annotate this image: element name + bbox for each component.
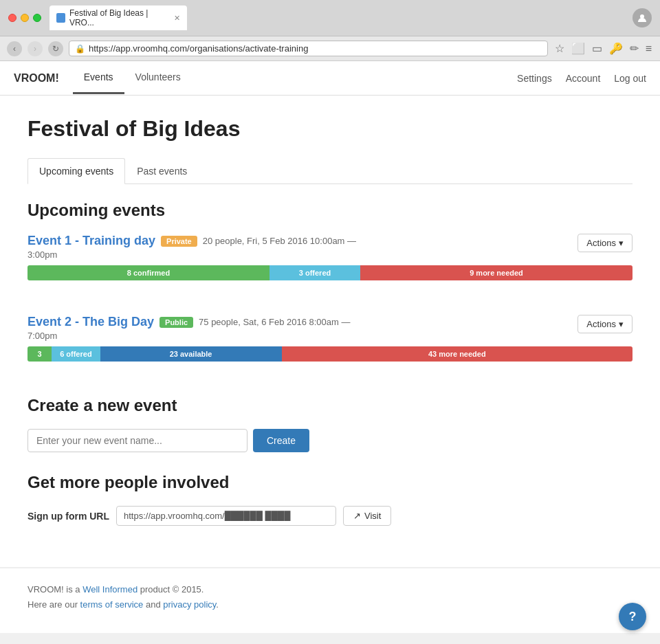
new-event-name-input[interactable] xyxy=(28,429,248,452)
footer-text-2-mid: and xyxy=(143,599,163,610)
tab-close-icon[interactable]: ✕ xyxy=(174,14,180,23)
bookmark-icon[interactable]: ☆ xyxy=(553,41,566,56)
event-1-badge: Private xyxy=(161,236,197,247)
traffic-lights xyxy=(8,14,41,22)
forward-button[interactable]: › xyxy=(28,41,43,56)
create-event-title: Create a new event xyxy=(28,396,632,415)
app-nav: VROOM! Events Volunteers Settings Accoun… xyxy=(0,61,660,96)
event-2-small-label: 3 xyxy=(38,350,42,358)
event-1-needed-seg: 9 more needed xyxy=(360,265,632,280)
tab-title: Festival of Big Ideas | VRO... xyxy=(69,8,167,27)
event-2-actions-label: Actions xyxy=(586,319,616,329)
event-2-progress-bar: 3 6 offered 23 available 43 more needed xyxy=(28,346,632,362)
footer-text-2-prefix: Here are our xyxy=(28,599,80,610)
event-2-available-seg: 23 available xyxy=(100,346,282,362)
address-bar[interactable]: 🔒 xyxy=(69,41,548,56)
footer-text-1: VROOM! is a xyxy=(28,584,82,595)
event-1-header: Event 1 - Training day Private 20 people… xyxy=(28,234,632,260)
footer-line-2: Here are our terms of service and privac… xyxy=(28,597,632,612)
create-event-section: Create a new event Create xyxy=(28,396,632,452)
footer-tos-link[interactable]: terms of service xyxy=(80,599,144,610)
event-2-small-seg: 3 xyxy=(28,346,52,362)
event-1-meta: 20 people, Fri, 5 Feb 2016 10:00am — xyxy=(203,236,356,246)
footer-line-1: VROOM! is a Well Informed product © 2015… xyxy=(28,582,632,597)
event-1-actions-label: Actions xyxy=(586,238,616,248)
signup-url-input[interactable] xyxy=(116,506,336,526)
app-wrapper: VROOM! Events Volunteers Settings Accoun… xyxy=(0,61,660,633)
event-2-meta: 75 people, Sat, 6 Feb 2016 8:00am — xyxy=(199,317,350,327)
nav-settings[interactable]: Settings xyxy=(517,73,552,84)
nav-account[interactable]: Account xyxy=(566,73,601,84)
event-2-actions-button[interactable]: Actions ▾ xyxy=(578,315,632,333)
browser-titlebar: Festival of Big Ideas | VRO... ✕ xyxy=(0,0,660,36)
event-card-1: Event 1 - Training day Private 20 people… xyxy=(28,234,632,294)
event-2-needed-seg: 43 more needed xyxy=(282,346,632,362)
nav-links: Events Volunteers xyxy=(73,62,517,94)
event-2-header: Event 2 - The Big Day Public 75 people, … xyxy=(28,315,632,341)
tab-favicon xyxy=(56,13,65,23)
help-button[interactable]: ? xyxy=(619,603,646,630)
signup-url-label: Sign up form URL xyxy=(28,511,109,522)
footer-well-informed-link[interactable]: Well Informed xyxy=(82,584,138,595)
maximize-button[interactable] xyxy=(33,14,41,22)
visit-label: Visit xyxy=(364,511,381,521)
event-2-available-label: 23 available xyxy=(170,350,212,358)
nav-logout[interactable]: Log out xyxy=(614,73,646,84)
event-2-time: 7:00pm xyxy=(28,331,578,341)
extension-icon[interactable]: 🔑 xyxy=(608,41,624,56)
visit-external-icon: ↗ xyxy=(353,511,361,521)
tab-past-events[interactable]: Past events xyxy=(125,158,199,184)
back-button[interactable]: ‹ xyxy=(7,41,22,56)
close-button[interactable] xyxy=(8,14,16,22)
window-icon[interactable]: ⬜ xyxy=(570,41,586,56)
event-1-time: 3:00pm xyxy=(28,249,578,260)
upcoming-events-title: Upcoming events xyxy=(28,201,632,220)
nav-right: Settings Account Log out xyxy=(517,73,646,84)
event-1-left: Event 1 - Training day Private 20 people… xyxy=(28,234,578,260)
footer-text-1-suffix: product © 2015. xyxy=(138,584,204,595)
involve-section: Get more people involved Sign up form UR… xyxy=(28,473,632,526)
event-2-offered-seg: 6 offered xyxy=(52,346,100,362)
event-1-offered-seg: 3 offered xyxy=(270,265,360,280)
page-title: Festival of Big Ideas xyxy=(28,116,632,142)
event-1-confirmed-label: 8 confirmed xyxy=(127,269,170,277)
ssl-lock-icon: 🔒 xyxy=(75,44,85,54)
event-tabs: Upcoming events Past events xyxy=(28,158,632,184)
involve-title: Get more people involved xyxy=(28,473,632,492)
event-1-actions-button[interactable]: Actions ▾ xyxy=(578,234,632,252)
footer-privacy-link[interactable]: privacy policy xyxy=(163,599,216,610)
browser-tab[interactable]: Festival of Big Ideas | VRO... ✕ xyxy=(50,5,187,30)
event-card-2: Event 2 - The Big Day Public 75 people, … xyxy=(28,315,632,375)
url-input[interactable] xyxy=(89,43,542,54)
app-footer: VROOM! is a Well Informed product © 2015… xyxy=(0,568,660,633)
visit-button[interactable]: ↗ Visit xyxy=(343,506,391,526)
tab-upcoming-events[interactable]: Upcoming events xyxy=(28,158,125,184)
profile-avatar[interactable] xyxy=(632,8,652,27)
minimize-button[interactable] xyxy=(21,14,29,22)
event-1-title-row: Event 1 - Training day Private 20 people… xyxy=(28,234,578,248)
refresh-button[interactable]: ↻ xyxy=(48,41,63,56)
event-2-actions-caret: ▾ xyxy=(619,319,624,329)
main-content: Festival of Big Ideas Upcoming events Pa… xyxy=(0,96,660,567)
nav-link-volunteers[interactable]: Volunteers xyxy=(124,62,192,94)
screen-icon[interactable]: ▭ xyxy=(591,41,604,56)
event-2-badge: Public xyxy=(160,317,193,328)
event-2-left: Event 2 - The Big Day Public 75 people, … xyxy=(28,315,578,341)
nav-link-events[interactable]: Events xyxy=(73,62,124,94)
create-event-button[interactable]: Create xyxy=(253,429,309,452)
help-icon: ? xyxy=(629,610,637,624)
event-2-title[interactable]: Event 2 - The Big Day xyxy=(28,315,154,329)
event-1-progress-bar: 8 confirmed 3 offered 9 more needed xyxy=(28,265,632,280)
event-1-title[interactable]: Event 1 - Training day xyxy=(28,234,155,248)
menu-icon[interactable]: ≡ xyxy=(644,41,653,56)
toolbar-actions: ☆ ⬜ ▭ 🔑 ✏ ≡ xyxy=(553,41,653,56)
footer-text-2-suffix: . xyxy=(216,599,219,610)
nav-brand: VROOM! xyxy=(14,72,59,85)
create-event-form: Create xyxy=(28,429,632,452)
event-1-needed-label: 9 more needed xyxy=(470,269,523,277)
pen-icon[interactable]: ✏ xyxy=(628,41,640,56)
browser-chrome: Festival of Big Ideas | VRO... ✕ ‹ › ↻ 🔒… xyxy=(0,0,660,61)
event-1-actions-caret: ▾ xyxy=(619,238,624,248)
event-2-offered-label: 6 offered xyxy=(60,350,91,358)
browser-toolbar: ‹ › ↻ 🔒 ☆ ⬜ ▭ 🔑 ✏ ≡ xyxy=(0,36,660,60)
